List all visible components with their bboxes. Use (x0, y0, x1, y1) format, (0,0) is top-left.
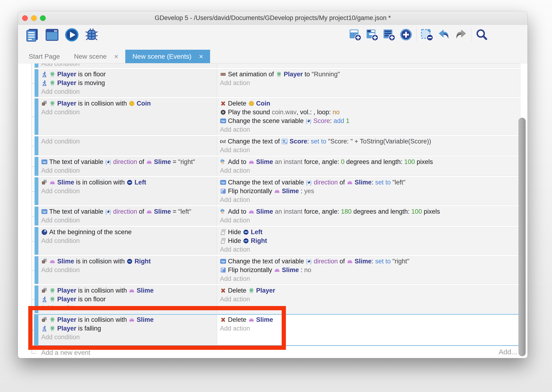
add-action-button[interactable]: Add action (220, 166, 518, 175)
add-condition-button[interactable]: Add condition (41, 87, 214, 96)
event-row[interactable]: At the beginning of the sceneAdd conditi… (34, 227, 520, 255)
add-condition-button[interactable]: Add condition (41, 304, 214, 312)
condition-line[interactable]: VarThe text of variable {}direction of S… (41, 158, 214, 166)
action-line[interactable]: Delete Coin (220, 99, 518, 108)
add-action-button[interactable]: Add action (220, 216, 518, 225)
event-row-selected[interactable]: Player is in collision with SlimePlayer … (34, 315, 520, 345)
action-line[interactable]: Hide Left (220, 228, 518, 237)
add-condition-button[interactable]: Add condition (41, 137, 214, 146)
add-event-icon[interactable] (349, 28, 362, 41)
title-bar[interactable]: GDevelop 5 - /Users/david/Documents/GDev… (18, 11, 527, 25)
action-line[interactable]: Hide Right (220, 237, 518, 245)
add-condition-button[interactable]: Add condition (41, 187, 214, 196)
tab-start-page[interactable]: Start Page (22, 50, 67, 63)
text-segment: of (338, 258, 347, 265)
action-line[interactable]: Add to Slime an instant force, angle: 18… (220, 207, 518, 216)
event-row[interactable]: VarThe text of variable {}direction of S… (34, 206, 520, 226)
event-drag-handle[interactable] (34, 64, 38, 68)
add-action-button[interactable]: Add action (220, 79, 518, 87)
tab-close-icon[interactable]: × (114, 53, 118, 60)
condition-line[interactable]: Player is in collision with Coin (41, 99, 214, 108)
condition-line[interactable]: At the beginning of the scene (41, 228, 214, 237)
play-icon[interactable] (64, 28, 79, 42)
event-row[interactable]: Slime is in collision with LeftAdd condi… (34, 177, 520, 205)
add-new-event-button[interactable]: Add a new event (41, 349, 90, 357)
event-drag-handle[interactable] (34, 69, 38, 97)
add-action-button[interactable]: Add action (220, 146, 518, 154)
event-drag-handle[interactable] (34, 227, 38, 255)
var-icon: Var (41, 209, 48, 215)
add-action-button[interactable]: Add action (220, 274, 518, 283)
event-row[interactable]: Player is on floorPlayer is movingAdd co… (34, 69, 520, 97)
action-line[interactable]: Delete Player (220, 286, 518, 295)
event-drag-handle[interactable] (34, 98, 38, 135)
add-action-button[interactable]: Add action (220, 295, 518, 304)
condition-line[interactable]: Player is in collision with Slime (41, 286, 214, 295)
action-line[interactable]: Flip horizontally Slime : no (220, 266, 518, 274)
add-condition-button[interactable]: Add condition (41, 237, 214, 245)
event-row[interactable]: Add condition (34, 63, 520, 68)
add-condition-button[interactable]: Add condition (41, 63, 214, 68)
action-line[interactable]: VarChange the scene variable {}Score: ad… (220, 117, 518, 125)
event-drag-handle[interactable] (34, 157, 38, 176)
slime-icon (274, 188, 280, 194)
add-condition-button[interactable]: Add condition (41, 166, 214, 175)
undo-icon[interactable] (437, 28, 450, 41)
action-line[interactable]: Flip horizontally Slime : yes (220, 187, 518, 196)
tab-new-scene[interactable]: New scene× (67, 50, 125, 63)
slime-icon (248, 159, 255, 165)
tab-new-scene-events-[interactable]: New scene (Events)× (125, 50, 210, 63)
event-drag-handle[interactable] (34, 256, 38, 284)
scene-editor-icon[interactable] (45, 28, 59, 42)
condition-line[interactable]: Player is falling (41, 324, 214, 333)
add-action-button[interactable]: Add action (220, 125, 518, 134)
action-line[interactable]: Set animation of Player to "Running" (220, 70, 518, 79)
event-drag-handle[interactable] (34, 286, 38, 313)
tab-close-icon[interactable]: × (199, 53, 203, 60)
text-segment: Score (313, 117, 330, 125)
debug-icon[interactable] (84, 28, 99, 42)
add-circle-icon[interactable] (399, 28, 413, 41)
add-comment-icon[interactable] (382, 28, 396, 41)
add-action-button[interactable]: Add action (220, 196, 518, 204)
add-condition-button[interactable]: Add condition (41, 333, 214, 342)
event-row[interactable]: Slime is in collision with RightAdd cond… (34, 256, 520, 284)
event-drag-handle[interactable] (34, 136, 38, 155)
text-segment: "Score: " + ToString(Variable(Score)) (328, 138, 431, 145)
event-drag-handle[interactable] (34, 315, 38, 345)
event-row[interactable]: Player is in collision with SlimePlayer … (34, 285, 520, 313)
action-line[interactable]: VarChange the text of variable {}directi… (220, 178, 518, 187)
condition-line[interactable]: Slime is in collision with Left (41, 178, 214, 187)
condition-line[interactable]: Slime is in collision with Right (41, 257, 214, 266)
event-row[interactable]: VarThe text of variable {}direction of S… (34, 157, 520, 176)
search-icon[interactable] (475, 28, 488, 41)
text-segment: Slime (256, 158, 273, 166)
condition-line[interactable]: Player is on floor (41, 70, 214, 79)
add-action-button[interactable]: Add action (220, 324, 518, 333)
vertical-scrollbar-thumb[interactable] (518, 118, 526, 356)
action-line[interactable]: Play the sound coin.wav, vol.: , loop: n… (220, 108, 518, 117)
condition-line[interactable]: Player is moving (41, 79, 214, 87)
add-more-button[interactable]: Add... (499, 348, 517, 356)
event-drag-handle[interactable] (34, 177, 38, 205)
add-condition-button[interactable]: Add condition (41, 216, 214, 225)
add-condition-button[interactable]: Add condition (41, 266, 214, 274)
action-line[interactable]: txtChange the text of TxScore: set to "S… (220, 137, 518, 146)
add-action-button[interactable]: Add action (220, 245, 518, 254)
condition-line[interactable]: VarThe text of variable {}direction of S… (41, 207, 214, 216)
condition-line[interactable]: Player is in collision with Slime (41, 315, 214, 324)
event-row[interactable]: Add conditiontxtChange the text of TxSco… (34, 136, 520, 155)
condition-line[interactable]: Player is on floor (41, 295, 214, 304)
add-condition-button[interactable]: Add condition (41, 108, 214, 117)
action-line[interactable]: VarChange the text of variable {}directi… (220, 257, 518, 266)
event-row[interactable]: Player is in collision with CoinAdd cond… (34, 98, 520, 135)
action-line[interactable]: Add to Slime an instant force, angle: 0 … (220, 158, 518, 166)
redo-icon[interactable] (454, 28, 468, 41)
action-line[interactable]: Delete Slime (220, 315, 518, 324)
delete-event-icon[interactable] (420, 28, 434, 41)
collision-icon (41, 287, 48, 294)
project-manager-icon[interactable] (25, 28, 40, 42)
text-segment: an instant (275, 208, 302, 215)
event-drag-handle[interactable] (34, 207, 38, 225)
add-subevent-icon[interactable] (366, 28, 379, 41)
